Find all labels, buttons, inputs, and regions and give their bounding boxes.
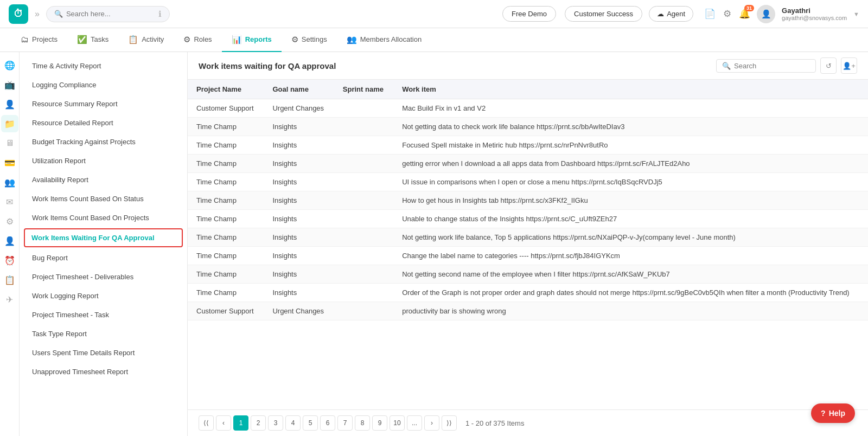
search-input[interactable]: [66, 10, 153, 18]
cell-work-item: Mac Build Fix in v1 and V2: [393, 99, 868, 118]
table-search-box[interactable]: 🔍: [716, 59, 816, 73]
sidebar-item-work-items-qa[interactable]: Work Items Waiting For QA Approval: [24, 228, 183, 247]
sidebar-item-project-timesheet-deliverables[interactable]: Project Timesheet - Deliverables: [20, 267, 187, 286]
sidebar-icon-user[interactable]: 👤: [1, 95, 18, 113]
cell-goal: Insights: [264, 265, 334, 284]
cell-sprint: [334, 210, 393, 228]
sidebar-icon-card[interactable]: 💳: [1, 154, 18, 171]
cell-sprint: [334, 302, 393, 320]
sidebar-item-availability[interactable]: Availability Report: [20, 170, 187, 189]
free-demo-button[interactable]: Free Demo: [502, 6, 556, 22]
tab-settings[interactable]: ⚙ Settings: [282, 28, 337, 52]
page-first-button[interactable]: ⟨⟨: [199, 415, 214, 431]
sidebar-icon-team[interactable]: 👥: [1, 174, 18, 191]
cell-goal: Insights: [264, 155, 334, 173]
topbar-icons: 📄 ⚙ 🔔 31: [704, 8, 750, 20]
page-prev-button[interactable]: ‹: [216, 415, 231, 431]
sidebar-icon-mail[interactable]: ✉: [1, 193, 18, 210]
page-6-button[interactable]: 6: [320, 415, 335, 431]
sidebar-item-work-items-projects[interactable]: Work Items Count Based On Projects: [20, 208, 187, 227]
table-row: Customer Support Urgent Changes producti…: [188, 302, 868, 320]
page-4-button[interactable]: 4: [285, 415, 301, 431]
user-dropdown-icon[interactable]: ▼: [853, 11, 859, 17]
table-row: Customer Support Urgent Changes Mac Buil…: [188, 99, 868, 118]
cell-sprint: [334, 118, 393, 136]
global-search[interactable]: 🔍 ℹ: [46, 6, 170, 22]
sidebar-icon-clock[interactable]: ⏰: [1, 252, 18, 269]
sidebar-left: 🌐 📺 👤 📁 🖥 💳 👥 ✉ ⚙ 👤 ⏰ 📋 ✈: [0, 52, 20, 436]
sidebar-icon-globe[interactable]: 🌐: [1, 56, 18, 74]
cell-work-item: Order of the Graph is not proper order a…: [393, 284, 868, 302]
sidebar-icon-tv[interactable]: 📺: [1, 76, 18, 93]
cell-work-item: Not getting data to check work life bala…: [393, 118, 868, 136]
table-row: Time Champ Insights getting error when I…: [188, 155, 868, 173]
sidebar-icon-person[interactable]: 👤: [1, 232, 18, 249]
page-7-button[interactable]: 7: [337, 415, 353, 431]
search-icon: 🔍: [54, 10, 63, 18]
cell-work-item: Unable to change status of the Insights …: [393, 210, 868, 228]
tab-activity[interactable]: 📋 Activity: [118, 28, 174, 52]
notification-icon[interactable]: 🔔 31: [739, 8, 750, 20]
cell-goal: Insights: [264, 210, 334, 228]
table-row: Time Champ Insights Not getting second n…: [188, 265, 868, 284]
table-search-input[interactable]: [734, 62, 810, 70]
page-8-button[interactable]: 8: [355, 415, 370, 431]
notification-badge: 31: [744, 5, 754, 11]
cell-goal: Insights: [264, 118, 334, 136]
sidebar-icon-briefcase[interactable]: 📁: [1, 115, 18, 132]
user-add-button[interactable]: 👤+: [841, 57, 857, 74]
qa-work-items-table: Project Name Goal name Sprint name Work …: [188, 80, 868, 320]
tab-tasks[interactable]: ✅ Tasks: [67, 28, 118, 52]
help-button[interactable]: ? Help: [811, 403, 855, 423]
cell-project: Time Champ: [188, 173, 264, 191]
page-2-button[interactable]: 2: [251, 415, 266, 431]
tab-roles[interactable]: ⚙ Roles: [174, 28, 221, 52]
sidebar-item-resource-detailed[interactable]: Resource Detailed Report: [20, 113, 187, 132]
sidebar-item-utilization[interactable]: Utilization Report: [20, 151, 187, 170]
sidebar-item-time-activity[interactable]: Time & Activity Report: [20, 56, 187, 75]
table-row: Time Champ Insights Focused Spell mistak…: [188, 136, 868, 155]
header-actions: 🔍 ↺ 👤+: [716, 57, 857, 74]
avatar[interactable]: 👤: [757, 5, 775, 23]
sidebar-item-resource-summary[interactable]: Resource Summary Report: [20, 94, 187, 113]
sidebar-item-users-spent-time[interactable]: Users Spent Time Details Report: [20, 343, 187, 362]
refresh-button[interactable]: ↺: [820, 57, 837, 74]
page-next-button[interactable]: ›: [424, 415, 439, 431]
tab-members[interactable]: 👥 Members Allocation: [337, 28, 431, 52]
cell-work-item: How to get hous in Insights tab https://…: [393, 191, 868, 210]
expand-icon[interactable]: »: [35, 9, 40, 19]
sidebar-item-work-logging[interactable]: Work Logging Report: [20, 286, 187, 305]
sidebar-icon-send[interactable]: ✈: [1, 291, 18, 308]
tab-projects[interactable]: 🗂 Projects: [11, 28, 67, 52]
cell-project: Time Champ: [188, 284, 264, 302]
sidebar-item-unapproved-timesheet[interactable]: Unapproved Timesheet Report: [20, 362, 187, 381]
document-icon[interactable]: 📄: [704, 8, 716, 20]
sidebar-item-work-items-status[interactable]: Work Items Count Based On Status: [20, 189, 187, 208]
sidebar-item-logging-compliance[interactable]: Logging Compliance: [20, 75, 187, 94]
content-title: Work items waiting for QA approval: [199, 61, 336, 70]
sidebar-icon-gear[interactable]: ⚙: [1, 213, 18, 230]
agent-button[interactable]: ☁ Agent: [649, 6, 693, 22]
sidebar-item-project-timesheet-task[interactable]: Project Timesheet - Task: [20, 305, 187, 324]
cell-goal: Insights: [264, 228, 334, 247]
page-9-button[interactable]: 9: [372, 415, 387, 431]
settings-icon[interactable]: ⚙: [723, 8, 731, 20]
tab-reports[interactable]: 📊 Reports: [222, 28, 282, 52]
cell-work-item: getting error when I download a all apps…: [393, 155, 868, 173]
sidebar-item-budget-tracking[interactable]: Budget Tracking Against Projects: [20, 132, 187, 151]
table-row: Time Champ Insights Not getting work lif…: [188, 228, 868, 247]
sidebar-icon-monitor[interactable]: 🖥: [1, 134, 18, 152]
page-3-button[interactable]: 3: [268, 415, 283, 431]
page-last-button[interactable]: ⟩⟩: [442, 415, 457, 431]
col-project-name: Project Name: [188, 80, 264, 99]
page-1-button[interactable]: 1: [233, 415, 248, 431]
sidebar-item-task-type[interactable]: Task Type Report: [20, 324, 187, 343]
cell-project: Time Champ: [188, 247, 264, 265]
sidebar-icon-clipboard[interactable]: 📋: [1, 271, 18, 288]
cell-sprint: [334, 173, 393, 191]
page-10-button[interactable]: 10: [390, 415, 405, 431]
user-info[interactable]: Gayathri gayathri@snovasys.com: [782, 7, 847, 21]
sidebar-item-bug-report[interactable]: Bug Report: [20, 248, 187, 267]
customer-success-button[interactable]: Customer Success: [565, 6, 642, 22]
page-5-button[interactable]: 5: [303, 415, 318, 431]
